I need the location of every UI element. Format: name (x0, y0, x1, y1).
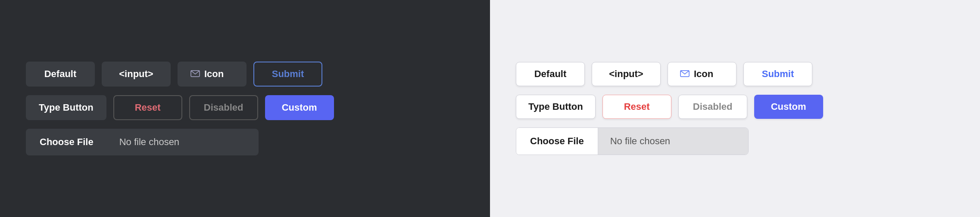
light-icon-label: Icon (694, 68, 713, 80)
dark-row-1: Default <input> Icon Submit (26, 62, 322, 87)
light-no-file-label: No file chosen (598, 128, 748, 155)
light-typebutton-label: Type Button (528, 101, 583, 112)
dark-typebutton-label: Type Button (39, 102, 94, 113)
dark-icon-button[interactable]: Icon (178, 62, 247, 87)
light-reset-button[interactable]: Reset (602, 95, 671, 119)
dark-choose-file-button[interactable]: Choose File (26, 129, 107, 155)
light-submit-button[interactable]: Submit (743, 62, 812, 86)
dark-disabled-label: Disabled (204, 102, 243, 113)
light-submit-label: Submit (762, 68, 794, 79)
light-input-button[interactable]: <input> (592, 62, 661, 86)
dark-panel: Default <input> Icon Submit Type Button … (0, 0, 490, 217)
dark-custom-label: Custom (282, 102, 317, 113)
dark-custom-button[interactable]: Custom (265, 95, 334, 120)
dark-submit-label: Submit (272, 68, 304, 79)
light-custom-button[interactable]: Custom (754, 95, 823, 119)
light-icon-button[interactable]: Icon (668, 62, 737, 86)
light-row-2: Type Button Reset Disabled Custom (516, 95, 823, 119)
light-custom-label: Custom (771, 101, 806, 112)
dark-reset-label: Reset (135, 102, 161, 113)
dark-no-file-label: No file chosen (107, 129, 259, 155)
light-row-1: Default <input> Icon Submit (516, 62, 812, 86)
light-typebutton-button[interactable]: Type Button (516, 95, 596, 119)
dark-typebutton-button[interactable]: Type Button (26, 95, 106, 120)
dark-reset-button[interactable]: Reset (113, 95, 182, 120)
mail-icon (190, 68, 200, 80)
light-panel: Default <input> Icon Submit Type Button … (490, 0, 980, 217)
light-default-label: Default (534, 68, 567, 79)
light-choose-file-button[interactable]: Choose File (516, 128, 598, 155)
light-disabled-button[interactable]: Disabled (678, 95, 747, 119)
dark-file-input: Choose File No file chosen (26, 129, 259, 155)
dark-submit-button[interactable]: Submit (253, 62, 322, 87)
dark-default-button[interactable]: Default (26, 62, 95, 87)
dark-disabled-button[interactable]: Disabled (189, 95, 258, 120)
light-reset-label: Reset (624, 101, 650, 112)
dark-default-label: Default (44, 68, 77, 79)
light-input-label: <input> (609, 68, 643, 79)
dark-input-label: <input> (119, 68, 153, 79)
light-disabled-label: Disabled (693, 101, 733, 112)
mail-icon (680, 68, 690, 80)
dark-icon-label: Icon (204, 68, 224, 80)
dark-input-button[interactable]: <input> (102, 62, 171, 87)
light-file-input: Choose File No file chosen (516, 127, 749, 155)
light-default-button[interactable]: Default (516, 62, 585, 86)
dark-row-2: Type Button Reset Disabled Custom (26, 95, 334, 120)
